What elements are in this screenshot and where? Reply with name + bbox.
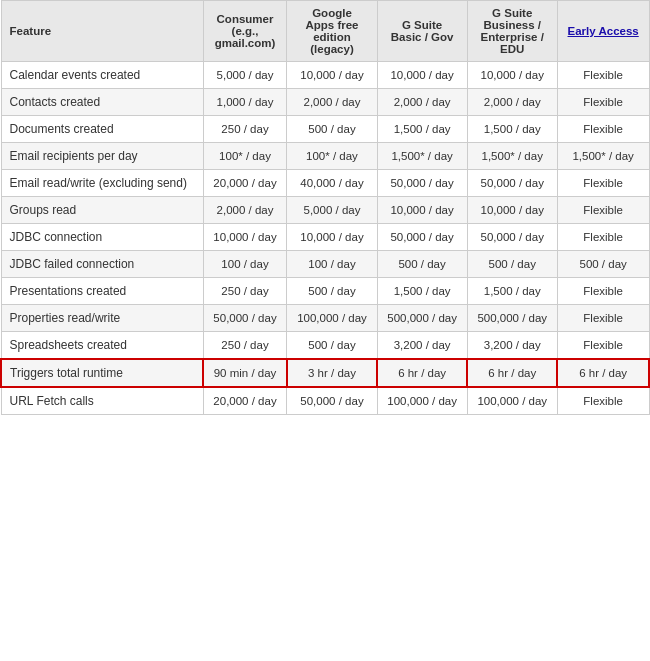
cell-gsuite_basic: 10,000 / day [377, 197, 467, 224]
cell-google_apps: 2,000 / day [287, 89, 377, 116]
cell-early_access: 1,500* / day [557, 143, 649, 170]
cell-google_apps: 500 / day [287, 116, 377, 143]
cell-gsuite_business: 100,000 / day [467, 387, 557, 415]
cell-early_access: Flexible [557, 278, 649, 305]
cell-feature: Documents created [1, 116, 203, 143]
table-row: URL Fetch calls20,000 / day50,000 / day1… [1, 387, 649, 415]
cell-gsuite_basic: 6 hr / day [377, 359, 467, 387]
cell-early_access: Flexible [557, 197, 649, 224]
cell-gsuite_basic: 1,500 / day [377, 278, 467, 305]
table-row: Email recipients per day100* / day100* /… [1, 143, 649, 170]
cell-early_access: Flexible [557, 305, 649, 332]
cell-early_access: Flexible [557, 116, 649, 143]
cell-gsuite_business: 50,000 / day [467, 170, 557, 197]
cell-google_apps: 500 / day [287, 332, 377, 360]
cell-early_access: 6 hr / day [557, 359, 649, 387]
header-feature: Feature [1, 1, 203, 62]
header-google-apps: GoogleApps freeedition(legacy) [287, 1, 377, 62]
cell-google_apps: 10,000 / day [287, 62, 377, 89]
cell-gsuite_business: 2,000 / day [467, 89, 557, 116]
cell-gsuite_basic: 50,000 / day [377, 170, 467, 197]
cell-consumer: 250 / day [203, 116, 287, 143]
cell-gsuite_business: 1,500 / day [467, 116, 557, 143]
quota-table: Feature Consumer(e.g.,gmail.com) GoogleA… [0, 0, 650, 415]
table-row: Presentations created250 / day500 / day1… [1, 278, 649, 305]
cell-early_access: Flexible [557, 332, 649, 360]
table-row: JDBC connection10,000 / day10,000 / day5… [1, 224, 649, 251]
cell-consumer: 100* / day [203, 143, 287, 170]
table-row: Properties read/write50,000 / day100,000… [1, 305, 649, 332]
cell-consumer: 250 / day [203, 332, 287, 360]
cell-consumer: 90 min / day [203, 359, 287, 387]
cell-google_apps: 40,000 / day [287, 170, 377, 197]
cell-google_apps: 10,000 / day [287, 224, 377, 251]
cell-feature: JDBC failed connection [1, 251, 203, 278]
cell-gsuite_basic: 3,200 / day [377, 332, 467, 360]
cell-feature: JDBC connection [1, 224, 203, 251]
cell-google_apps: 5,000 / day [287, 197, 377, 224]
table-row: Contacts created1,000 / day2,000 / day2,… [1, 89, 649, 116]
table-row: Triggers total runtime90 min / day3 hr /… [1, 359, 649, 387]
cell-gsuite_business: 10,000 / day [467, 197, 557, 224]
cell-feature: Email read/write (excluding send) [1, 170, 203, 197]
cell-gsuite_business: 1,500 / day [467, 278, 557, 305]
cell-early_access: 500 / day [557, 251, 649, 278]
cell-feature: Triggers total runtime [1, 359, 203, 387]
cell-gsuite_basic: 2,000 / day [377, 89, 467, 116]
table-row: Groups read2,000 / day5,000 / day10,000 … [1, 197, 649, 224]
cell-google_apps: 3 hr / day [287, 359, 377, 387]
cell-gsuite_basic: 10,000 / day [377, 62, 467, 89]
cell-feature: Groups read [1, 197, 203, 224]
cell-gsuite_business: 3,200 / day [467, 332, 557, 360]
header-consumer: Consumer(e.g.,gmail.com) [203, 1, 287, 62]
cell-gsuite_business: 10,000 / day [467, 62, 557, 89]
cell-consumer: 2,000 / day [203, 197, 287, 224]
cell-consumer: 20,000 / day [203, 170, 287, 197]
table-row: Documents created250 / day500 / day1,500… [1, 116, 649, 143]
cell-google_apps: 100* / day [287, 143, 377, 170]
table-row: Spreadsheets created250 / day500 / day3,… [1, 332, 649, 360]
cell-feature: URL Fetch calls [1, 387, 203, 415]
cell-early_access: Flexible [557, 224, 649, 251]
cell-google_apps: 100 / day [287, 251, 377, 278]
header-gsuite-business: G SuiteBusiness /Enterprise /EDU [467, 1, 557, 62]
cell-feature: Contacts created [1, 89, 203, 116]
cell-early_access: Flexible [557, 387, 649, 415]
cell-gsuite_basic: 500,000 / day [377, 305, 467, 332]
header-gsuite-basic: G SuiteBasic / Gov [377, 1, 467, 62]
cell-gsuite_basic: 50,000 / day [377, 224, 467, 251]
cell-feature: Presentations created [1, 278, 203, 305]
cell-gsuite_business: 6 hr / day [467, 359, 557, 387]
cell-consumer: 250 / day [203, 278, 287, 305]
cell-google_apps: 100,000 / day [287, 305, 377, 332]
cell-consumer: 5,000 / day [203, 62, 287, 89]
cell-gsuite_basic: 1,500 / day [377, 116, 467, 143]
cell-google_apps: 50,000 / day [287, 387, 377, 415]
cell-feature: Properties read/write [1, 305, 203, 332]
cell-gsuite_business: 1,500* / day [467, 143, 557, 170]
cell-gsuite_business: 500,000 / day [467, 305, 557, 332]
cell-gsuite_basic: 100,000 / day [377, 387, 467, 415]
cell-gsuite_business: 500 / day [467, 251, 557, 278]
table-row: Email read/write (excluding send)20,000 … [1, 170, 649, 197]
cell-consumer: 1,000 / day [203, 89, 287, 116]
cell-gsuite_basic: 500 / day [377, 251, 467, 278]
cell-consumer: 50,000 / day [203, 305, 287, 332]
cell-early_access: Flexible [557, 62, 649, 89]
header-early-access: Early Access [557, 1, 649, 62]
table-row: JDBC failed connection100 / day100 / day… [1, 251, 649, 278]
cell-feature: Calendar events created [1, 62, 203, 89]
table-row: Calendar events created5,000 / day10,000… [1, 62, 649, 89]
cell-gsuite_business: 50,000 / day [467, 224, 557, 251]
cell-feature: Email recipients per day [1, 143, 203, 170]
cell-early_access: Flexible [557, 170, 649, 197]
cell-consumer: 20,000 / day [203, 387, 287, 415]
cell-gsuite_basic: 1,500* / day [377, 143, 467, 170]
cell-early_access: Flexible [557, 89, 649, 116]
cell-feature: Spreadsheets created [1, 332, 203, 360]
cell-google_apps: 500 / day [287, 278, 377, 305]
cell-consumer: 10,000 / day [203, 224, 287, 251]
cell-consumer: 100 / day [203, 251, 287, 278]
